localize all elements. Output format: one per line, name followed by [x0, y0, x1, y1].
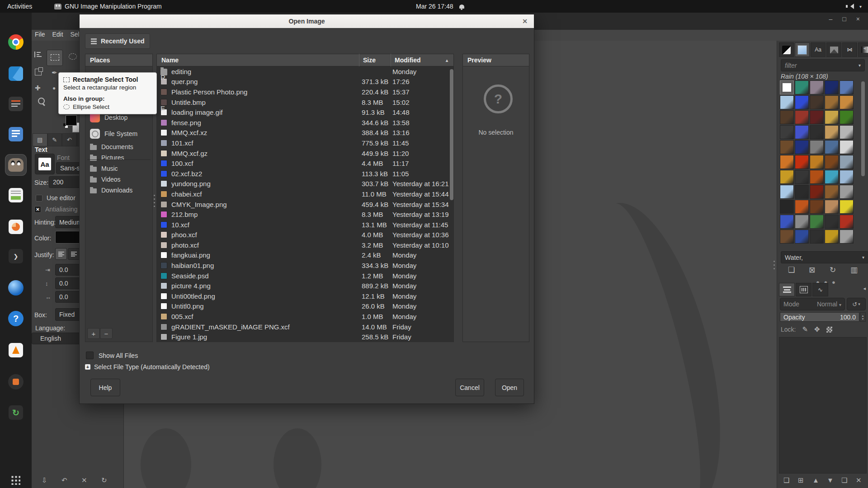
dock-item-terminal[interactable]: ❯	[5, 246, 26, 267]
lock-position-button[interactable]: ✥	[814, 325, 820, 333]
file-row[interactable]: Untitle.bmp8.3 MB15:02	[157, 97, 453, 108]
file-row[interactable]: phoo.xcf4.0 MBYesterday at 10:36	[157, 230, 453, 240]
pattern-swatch[interactable]	[825, 215, 839, 229]
dock-item-vscode[interactable]	[5, 63, 26, 84]
pattern-swatch[interactable]	[795, 95, 809, 109]
restore-tool-preset-button[interactable]: ↶	[61, 476, 67, 484]
pattern-swatch[interactable]	[780, 80, 794, 94]
pattern-swatch[interactable]	[795, 125, 809, 139]
dock-item-vlc[interactable]	[5, 340, 26, 361]
file-list-scrollbar[interactable]	[450, 69, 453, 200]
dock-item-gimp[interactable]	[5, 155, 26, 175]
tab-channels[interactable]	[796, 283, 811, 296]
show-all-files-checkbox[interactable]	[86, 352, 94, 359]
antialiasing-option[interactable]: ✕ Antialiasing	[34, 206, 78, 213]
tab-fonts[interactable]: Aa	[811, 42, 826, 57]
pattern-swatch[interactable]	[780, 140, 794, 154]
file-row[interactable]: 212.bmp8.3 MBYesterday at 13:19	[157, 209, 453, 220]
add-bookmark-button[interactable]: +	[87, 328, 100, 339]
zoom-tool-button[interactable]	[38, 98, 45, 104]
alignment-tool-button[interactable]	[34, 52, 42, 57]
foreground-color-swatch[interactable]	[66, 115, 77, 126]
file-row[interactable]: fangkuai.png2.4 kBMonday	[157, 250, 453, 261]
pattern-swatch[interactable]	[840, 185, 854, 199]
lock-alpha-button[interactable]	[826, 327, 832, 333]
pattern-swatch[interactable]	[810, 200, 824, 214]
pattern-swatch[interactable]	[780, 215, 794, 229]
reset-tool-options-button[interactable]: ↻	[101, 476, 107, 484]
pattern-swatch[interactable]	[825, 125, 839, 139]
free-select-tool-button[interactable]	[69, 53, 77, 60]
pattern-swatch[interactable]	[840, 200, 854, 214]
pattern-swatch[interactable]	[810, 215, 824, 229]
pattern-swatch[interactable]	[780, 125, 794, 139]
file-row[interactable]: 005.xcf1.0 MBMonday	[157, 311, 453, 322]
pattern-filter-input[interactable]: filter ▾	[781, 59, 865, 71]
pattern-swatch[interactable]	[825, 185, 839, 199]
dock-item-trash[interactable]: ↻	[5, 402, 26, 423]
dock-item-show-applications[interactable]	[5, 470, 26, 488]
pattern-swatch[interactable]	[825, 140, 839, 154]
transform-3d-tool-button[interactable]	[35, 69, 42, 75]
pattern-swatch[interactable]	[780, 95, 794, 109]
file-row[interactable]: editingMonday	[157, 66, 453, 77]
pattern-swatch[interactable]	[810, 125, 824, 139]
paths-tool-button[interactable]: ✒	[52, 69, 57, 77]
file-row[interactable]: CMYK_Image.png459.4 kBYesterday at 15:34	[157, 199, 453, 210]
dock-item-chrome[interactable]	[5, 32, 26, 52]
column-divider[interactable]	[391, 54, 391, 66]
file-row[interactable]: chabei.xcf11.0 MBYesterday at 15:44	[157, 189, 453, 199]
font-preview-button[interactable]: Aa	[35, 154, 55, 174]
save-tool-preset-button[interactable]: ⇩	[42, 476, 47, 484]
pattern-swatch[interactable]	[795, 230, 809, 244]
delete-tool-preset-button[interactable]: ✕	[81, 476, 87, 484]
clock-menu[interactable]: Mar 26 17:48	[416, 0, 464, 13]
pattern-swatch[interactable]	[780, 110, 794, 124]
dock-item-software[interactable]	[5, 371, 26, 392]
use-editor-option[interactable]: Use editor	[36, 194, 75, 202]
pattern-swatch[interactable]	[780, 230, 794, 244]
open-pattern-as-image-button[interactable]: ▥	[850, 265, 858, 275]
open-button[interactable]: Open	[495, 379, 524, 396]
pattern-swatch[interactable]	[840, 215, 854, 229]
pattern-swatch[interactable]	[825, 230, 839, 244]
places-item-downloads[interactable]: Downloads	[85, 185, 152, 196]
pattern-swatch[interactable]	[825, 80, 839, 94]
file-row[interactable]: MMQ.xcf.xz388.4 kB13:16	[157, 128, 453, 138]
tab-undo-history[interactable]: ↶	[62, 133, 77, 146]
pane-resize-handle[interactable]	[153, 195, 155, 207]
layers-tab-menu-button[interactable]: ◂	[863, 286, 866, 291]
file-row[interactable]: Figure 1.jpg258.5 kBFriday	[157, 332, 453, 342]
column-divider[interactable]	[359, 54, 359, 66]
file-type-expander[interactable]: + Select File Type (Automatically Detect…	[85, 363, 210, 371]
pattern-swatch[interactable]	[840, 80, 854, 94]
remove-bookmark-button[interactable]: −	[100, 328, 113, 339]
location-recently-used-button[interactable]: Recently Used	[85, 33, 150, 49]
file-row[interactable]: yundong.png303.7 kBYesterday at 16:21	[157, 179, 453, 189]
pattern-swatch[interactable]	[795, 80, 809, 94]
pattern-swatch[interactable]	[840, 125, 854, 139]
pattern-swatch[interactable]	[825, 170, 839, 184]
system-status-area[interactable]: ▾	[848, 0, 862, 13]
tab-patterns[interactable]	[795, 42, 810, 57]
tab-tool-options[interactable]: ▤	[33, 133, 47, 146]
dock-resize-handle[interactable]	[774, 261, 775, 269]
lower-layer-button[interactable]: ▼	[827, 476, 834, 484]
duplicate-layer-button[interactable]: ❏	[841, 476, 847, 484]
dock-item-text-editor[interactable]	[5, 94, 26, 114]
heal-tool-button[interactable]: ✚	[35, 84, 41, 92]
tab-mypaint-brushes[interactable]: ⋈	[842, 42, 857, 57]
pattern-swatch[interactable]	[840, 95, 854, 109]
pattern-swatch[interactable]	[840, 110, 854, 124]
file-row[interactable]: 100.xcf4.4 MB11:17	[157, 158, 453, 169]
window-minimize-button[interactable]: –	[829, 15, 833, 23]
pattern-swatch[interactable]	[840, 140, 854, 154]
file-row[interactable]: loading image.gif91.3 kB14:48	[157, 107, 453, 117]
help-button[interactable]: Help	[90, 379, 120, 396]
pattern-swatch[interactable]	[795, 200, 809, 214]
file-row[interactable]: haibian01.png334.3 kBMonday	[157, 260, 453, 271]
places-item-music[interactable]: Music	[85, 163, 152, 174]
refresh-patterns-button[interactable]: ↻	[830, 265, 836, 275]
pattern-swatch[interactable]	[810, 140, 824, 154]
pattern-swatch[interactable]	[795, 155, 809, 169]
